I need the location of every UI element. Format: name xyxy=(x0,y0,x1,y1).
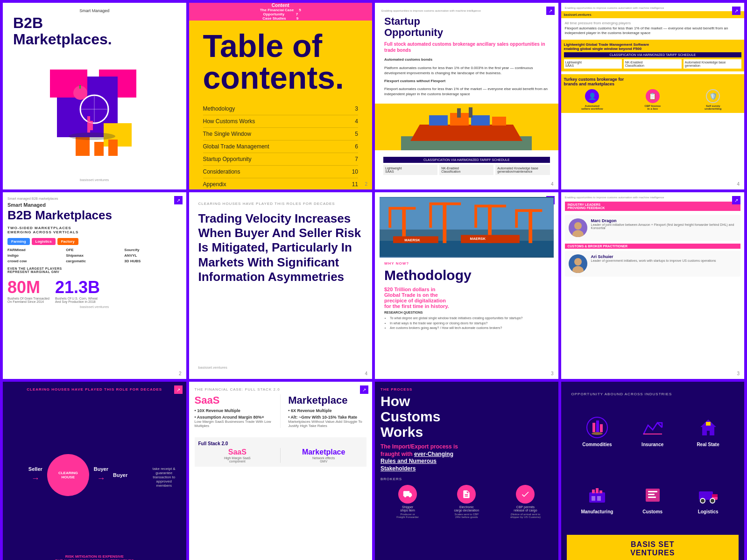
ari-name: Ari Schuier xyxy=(591,254,737,259)
svg-rect-68 xyxy=(648,497,656,498)
manufacturing-name: Manufacturing xyxy=(581,509,613,514)
even-label: EVEN THE LARGEST PLAYERSREPRESENT MARGIN… xyxy=(7,267,182,273)
svg-rect-61 xyxy=(596,488,599,493)
startup-title: StartupOpportunity xyxy=(384,16,549,38)
svg-rect-63 xyxy=(592,496,595,501)
page-number: 4 xyxy=(365,371,367,376)
svg-rect-64 xyxy=(597,496,601,501)
num-21b-sub: Bushels Of U.S. Corn, WheatAnd Soy Produ… xyxy=(55,297,100,303)
cargo-icon xyxy=(457,485,476,504)
saas-title: SaaS xyxy=(195,394,273,406)
svg-rect-40 xyxy=(515,212,518,228)
industry-manufacturing: Manufacturing xyxy=(571,467,623,531)
profile-ari: Ari Schuier Leader of government initiat… xyxy=(565,251,741,277)
svg-rect-38 xyxy=(529,209,532,243)
research-questions-label: RESEARCH QUESTIONS xyxy=(384,311,549,314)
saas-column: SaaS • 10X Revenue Multiple • Assumption… xyxy=(195,394,273,428)
customs-name: Customs xyxy=(642,509,662,514)
page-number: 2 xyxy=(365,182,367,187)
svg-point-7 xyxy=(69,133,115,140)
svg-rect-54 xyxy=(600,424,603,432)
flexport-title: Flexport customs without Flexport xyxy=(384,78,549,84)
marc-avatar xyxy=(569,218,587,237)
svg-rect-53 xyxy=(596,420,599,432)
tariff-cols: LightweightSAAS NK-EnabledClassification… xyxy=(383,165,550,175)
ext-link-icon[interactable]: ↗ xyxy=(174,385,183,394)
card-methodology: ↗ xyxy=(375,192,558,379)
all-time-label: All time pressure from emerging players xyxy=(565,21,741,25)
divider xyxy=(280,394,281,428)
small-label2: Enabling opportunities to improve custom… xyxy=(565,7,741,9)
marc-role: Leader of joint initiative between Amazo… xyxy=(591,223,737,230)
card-customs-works: THE PROCESS HowCustomsWorks The Import/E… xyxy=(375,382,558,560)
port-crane-svg: MAERSK MAERSK xyxy=(380,197,554,258)
svg-rect-56 xyxy=(643,434,662,434)
svg-rect-23 xyxy=(457,108,461,118)
ext-link-icon[interactable]: ↗ xyxy=(546,7,555,15)
research-list: To what degree are global single window … xyxy=(384,316,549,331)
clearing-house-label: CLEARING HOUSES HAVE PLAYED THIS ROLE FO… xyxy=(27,387,162,392)
toc-title: Table ofcontents. xyxy=(189,21,373,98)
all-time-desc: Flexport automates customs for less than… xyxy=(565,26,741,36)
small-label: Enabling opportunities to improve custom… xyxy=(565,196,741,199)
flexport-desc: Flexport automates customs for less than… xyxy=(384,86,549,97)
knowledge-col: Automated Knowledge basegeneration/maint… xyxy=(495,165,550,175)
toc-items-list: Methodology3 How Customs Works4 The Sing… xyxy=(189,98,373,189)
svg-rect-4 xyxy=(76,137,90,156)
realstate-icon xyxy=(697,416,720,439)
buyer-label: Buyer xyxy=(94,466,108,472)
broker-cbp: CBP permitsrelease of cargo (Notice of a… xyxy=(498,485,552,518)
svg-rect-36 xyxy=(474,205,506,208)
page-number: 2 xyxy=(179,371,182,376)
ext-link-icon[interactable]: ↗ xyxy=(360,385,368,394)
customs-badge: CUSTOMS & BROKER PRACTITIONER xyxy=(565,244,741,249)
svg-rect-31 xyxy=(388,210,391,228)
clearing-label: CLEARING HOUSES HAVE PLAYED THIS ROLES F… xyxy=(198,202,363,206)
svg-rect-24 xyxy=(469,107,472,118)
basis-set-title: BASIS SET xyxy=(630,540,675,549)
ext-link-icon[interactable]: ↗ xyxy=(732,196,740,204)
cbp-icon xyxy=(516,485,535,504)
broker-icons: Shipperships item Producer orFreight For… xyxy=(381,485,553,518)
page-number: 3 xyxy=(737,371,740,376)
customs-icon xyxy=(641,483,664,506)
logo-3dhubs: 3D HUBS xyxy=(124,259,181,263)
startup-subtitle: Full stock automated customs brokerage a… xyxy=(384,41,549,53)
svg-rect-21 xyxy=(471,115,490,126)
ari-info: Ari Schuier Leader of government initiat… xyxy=(591,254,737,262)
logo-sourcify: Sourcify xyxy=(124,248,181,252)
ch-description: take receipt & guaranteetransaction to a… xyxy=(148,467,181,488)
insurance-icon xyxy=(641,416,664,439)
cargo-sub: Scales sent to CBP24hr before goods xyxy=(439,513,493,518)
broker-shipper: Shipperships item Producer orFreight For… xyxy=(381,485,435,518)
trading-title: Trading Velocity IncreasesWhen Buyer And… xyxy=(198,211,363,284)
card-clearing-house: ↗ CLEARING HOUSES HAVE PLAYED THIS ROLE … xyxy=(3,382,186,560)
card-methodology-right: ↗ Enabling opportunities to improve cust… xyxy=(561,192,745,379)
mkt-desc: Marketplaces Without Value-Add Struggle … xyxy=(288,420,366,428)
small-label: Enabling opportunities to improve custom… xyxy=(380,7,554,14)
page-number: 4 xyxy=(737,182,740,187)
page-number: 3 xyxy=(551,371,554,376)
logistics-tag: Logistics xyxy=(32,238,56,245)
industry-insurance: Insurance xyxy=(627,400,678,463)
ext-link-icon[interactable]: ↗ xyxy=(174,196,183,204)
svg-marker-18 xyxy=(410,125,522,141)
logo-ofe: OFE xyxy=(66,248,123,252)
ship-svg xyxy=(401,104,532,150)
ext-link-icon[interactable]: ↗ xyxy=(732,7,740,15)
mkt-point1: • 6X Revenue Multiple xyxy=(288,408,366,413)
marc-name: Marc Dragon xyxy=(591,218,737,223)
cbp-sub: (Notice of arrival sent toshipper by US … xyxy=(498,513,552,518)
smart-managed-label: Smart Managed xyxy=(8,8,181,13)
svg-text:MAERSK: MAERSK xyxy=(470,237,486,241)
customs-title: HowCustomsWorks xyxy=(381,393,553,440)
svg-point-73 xyxy=(710,498,715,503)
customs-bonds-desc: Platform automates customs for less than… xyxy=(384,65,549,76)
svg-rect-30 xyxy=(388,207,416,210)
svg-rect-9 xyxy=(90,121,93,130)
seller-right: Buyer xyxy=(113,472,127,478)
logistics-name: Logistics xyxy=(698,509,719,514)
insurance-name: Insurance xyxy=(641,442,663,447)
fullstack-mkt: Marketplace Network effectsGMV xyxy=(284,448,363,463)
industry-commodities: Commodities xyxy=(571,400,623,463)
